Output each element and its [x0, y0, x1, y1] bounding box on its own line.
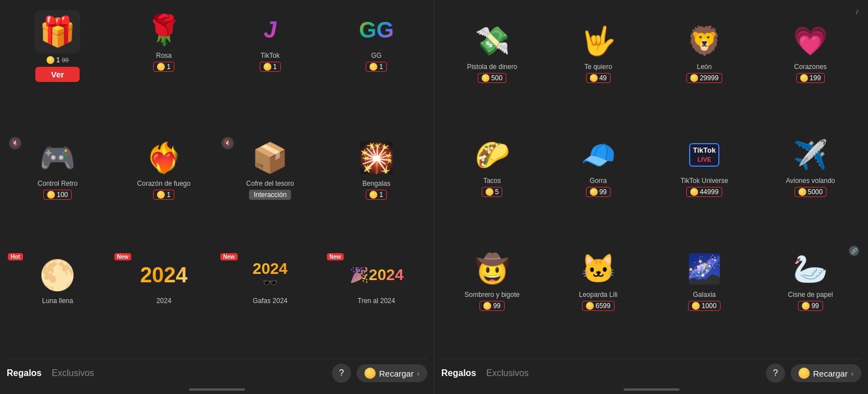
- gift-item-tiktok[interactable]: J TikTok 1: [219, 7, 321, 130]
- price-value: 500: [491, 74, 502, 82]
- left-gifts-grid: 🎁 1 99 Ver 🌹 Rosa 1 J TikTok: [7, 7, 427, 355]
- gift-item-pistola[interactable]: 💸 Pistola de dinero 500: [441, 18, 543, 127]
- coin-icon: [483, 302, 491, 310]
- price-value: 29999: [700, 74, 718, 82]
- gift-name-bengalas: Bengalas: [362, 180, 390, 187]
- price-box-cisne: 99: [798, 301, 823, 311]
- gift-item-corazon-fuego[interactable]: ❤️‍🔥 Corazón de fuego 1: [113, 135, 215, 248]
- gift-name-tacos: Tacos: [483, 177, 501, 185]
- gift-emoji-bengalas: 🎇: [358, 138, 395, 177]
- gift-emoji-gafas: 2024 🕶️: [253, 255, 288, 295]
- price-value: 1: [167, 63, 170, 71]
- recharge-button-right[interactable]: Recargar ›: [791, 364, 861, 382]
- gift-item-aviones[interactable]: ✈️ Aviones volando 5000: [760, 132, 861, 241]
- gift-item-tiktok-universe[interactable]: TikTokLIVE TikTok Universe 44999: [654, 132, 755, 241]
- music-note-icon: ♪: [855, 7, 859, 16]
- gift-name-tequiero: Te quiero: [584, 63, 612, 71]
- gift-name-gg: GG: [371, 52, 382, 59]
- coin-icon: [800, 74, 808, 82]
- tab-exclusivos-right[interactable]: Exclusivos: [486, 368, 529, 378]
- gift-item-tacos[interactable]: 🌮 Tacos 5: [441, 132, 543, 241]
- price-box-control: 100: [43, 190, 72, 200]
- recharge-coin-icon: [364, 368, 376, 379]
- price-value: 99: [811, 302, 819, 310]
- coin-icon: [482, 74, 490, 82]
- price-box-rosa: 1: [153, 62, 174, 72]
- gift-name-leon: León: [697, 63, 712, 71]
- gift-item-gorra[interactable]: 🧢 Gorra 99: [547, 132, 649, 241]
- price-box-corazones: 199: [796, 73, 825, 83]
- price-box-leoparda: 6599: [582, 301, 615, 311]
- gift-item-cofre[interactable]: 🔇 📦 Cofre del tesoro Interacción: [219, 135, 321, 248]
- gift-item-gg[interactable]: GG GG 1: [326, 7, 428, 130]
- left-bottom-bar: Regalos Exclusivos ? Recargar ›: [7, 359, 427, 386]
- gift-item-leoparda[interactable]: 🐱 Leoparda Lili 6599: [547, 246, 649, 355]
- gift-item-leon[interactable]: 🦁 León 29999: [654, 18, 755, 127]
- tab-regalos-left[interactable]: Regalos: [7, 368, 41, 378]
- coin-icon: [690, 74, 698, 82]
- gift-item-corazones[interactable]: 💗 Corazones 199: [760, 18, 861, 127]
- gift-item-sombrero[interactable]: 🤠 Sombrero y bigote 99: [441, 246, 543, 355]
- gift-item-2024[interactable]: New 2024 2024: [113, 252, 215, 355]
- price-value: 1: [379, 63, 383, 71]
- gift-emoji-rosa: 🌹: [146, 10, 182, 49]
- scroll-indicator-left: [189, 388, 245, 391]
- coin-icon: [370, 191, 377, 199]
- coin-icon: [47, 56, 54, 64]
- gift-emoji-tiktok: J: [264, 10, 276, 49]
- gift-name-luna: Luna llena: [42, 297, 73, 305]
- gift-emoji-tren: 🎉2024: [349, 255, 404, 295]
- new-badge: New: [114, 253, 132, 260]
- price-value: 6599: [595, 302, 611, 310]
- gift-item-control-retro[interactable]: 🔇 🎮 Control Retro 100: [7, 135, 109, 248]
- gift-emoji-control: 🎮: [39, 138, 76, 177]
- gift-item-rosa[interactable]: 🌹 Rosa 1: [113, 7, 215, 130]
- price-value: 100: [57, 191, 68, 199]
- gift-emoji-cisne: 🦢: [793, 249, 828, 288]
- gift-name-2024: 2024: [156, 297, 172, 305]
- gift-price: 1: [56, 56, 60, 64]
- price-box-gorra: 99: [586, 187, 611, 197]
- gift-item-bengalas[interactable]: 🎇 Bengalas 1: [326, 135, 428, 248]
- recharge-label: Recargar: [379, 369, 414, 378]
- price-box-sombrero: 99: [479, 301, 504, 311]
- gift-emoji-gg: GG: [359, 10, 394, 49]
- gift-name-cisne: Cisne de papel: [788, 291, 833, 299]
- gift-name-galaxia: Galaxia: [693, 291, 716, 299]
- right-bottom-bar: Regalos Exclusivos ? Recargar ›: [441, 359, 861, 386]
- gift-item-tren2024[interactable]: New 🎉2024 Tren al 2024: [326, 252, 428, 355]
- price-box-aviones: 5000: [795, 187, 827, 197]
- gift-item-galaxia[interactable]: 🌌 Galaxia 1000: [654, 246, 755, 355]
- gift-item-cisne[interactable]: 🔗 🦢 Cisne de papel 99: [760, 246, 861, 355]
- gift-name-rosa: Rosa: [156, 52, 172, 59]
- gift-emoji-pistola: 💸: [475, 21, 510, 61]
- gift-item-giftbox[interactable]: 🎁 1 99 Ver: [7, 7, 109, 130]
- gift-name-tiktok: TikTok: [261, 52, 280, 59]
- gift-emoji-sombrero: 🤠: [475, 249, 510, 288]
- gift-name-tren: Tren al 2024: [358, 297, 395, 305]
- tab-exclusivos-left[interactable]: Exclusivos: [52, 368, 94, 378]
- tab-regalos-right[interactable]: Regalos: [441, 368, 476, 378]
- gift-name-control: Control Retro: [38, 180, 77, 187]
- gift-item-luna[interactable]: Hot 🌕 Luna llena: [7, 252, 109, 355]
- coin-icon: [264, 63, 271, 71]
- coin-icon: [690, 188, 698, 196]
- gift-item-tequiero[interactable]: 🤟 Te quiero 49: [547, 18, 649, 127]
- gift-item-gafas2024[interactable]: New 2024 🕶️ Gafas 2024: [219, 252, 321, 355]
- coin-icon: [47, 191, 55, 199]
- coin-icon: [798, 188, 806, 196]
- price-value: 199: [810, 74, 821, 82]
- ver-button[interactable]: Ver: [35, 67, 80, 82]
- price-value: 44999: [700, 188, 718, 196]
- recharge-button-left[interactable]: Recargar ›: [357, 364, 427, 382]
- help-button-left[interactable]: ?: [332, 364, 351, 383]
- gift-emoji-2024: 2024: [140, 255, 188, 295]
- price-box-pistola: 500: [478, 73, 506, 83]
- price-value: 1: [273, 63, 277, 71]
- chevron-right-icon: ›: [417, 369, 419, 378]
- help-button-right[interactable]: ?: [766, 364, 785, 383]
- price-box-bengalas: 1: [366, 190, 387, 200]
- price-box-tiktok-universe: 44999: [686, 187, 722, 197]
- chevron-right-icon: ›: [851, 369, 853, 378]
- gift-emoji-corazones: 💗: [793, 21, 828, 61]
